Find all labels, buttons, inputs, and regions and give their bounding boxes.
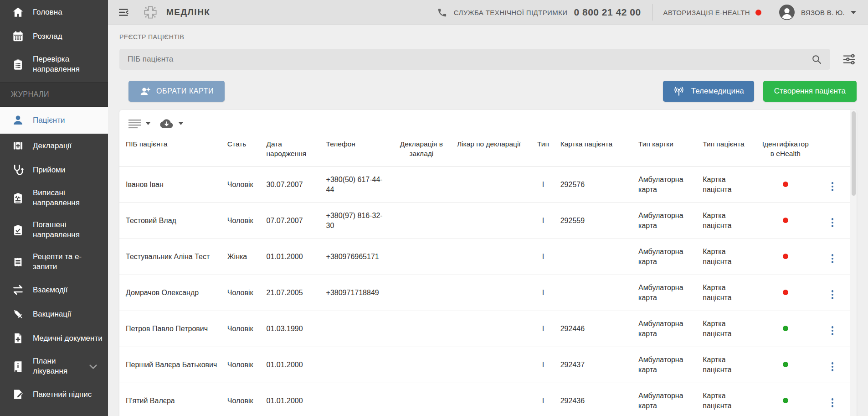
- row-kebab-menu-icon[interactable]: [829, 324, 837, 337]
- col-header-declaration-doctor: Лікар по декларації: [452, 133, 530, 167]
- table-row[interactable]: Тестовий ВладЧоловік07.07.2007+380(97) 8…: [119, 203, 850, 239]
- topbar-right: СЛУЖБА ТЕХНІЧНОЇ ПІДТРИМКИ 0 800 21 42 0…: [437, 4, 856, 21]
- card-type-cell: Амбулаторна карта: [634, 383, 698, 416]
- table-scrollbar[interactable]: [850, 110, 857, 416]
- card-number-cell: 292446: [556, 311, 634, 347]
- app-logo[interactable]: МЕДЛІНК: [142, 4, 210, 21]
- card-number-cell: 292576: [556, 167, 634, 203]
- phone-icon: [437, 7, 447, 18]
- sidebar-item-patients[interactable]: Пацієнти: [0, 107, 108, 134]
- patient-type-letter-cell: І: [530, 311, 555, 347]
- declaration-doctor-cell: [452, 383, 530, 416]
- export-caret-icon[interactable]: [179, 122, 183, 125]
- table-row[interactable]: Петров Павло ПетровичЧоловік01.03.1990І2…: [119, 311, 850, 347]
- search-row: [119, 49, 857, 70]
- row-kebab-menu-icon[interactable]: [829, 360, 837, 373]
- sidebar-item-label: Декларації: [33, 141, 72, 151]
- create-patient-label: Створення пацієнта: [774, 87, 846, 96]
- patient-birth-date-cell: 30.07.2007: [262, 167, 322, 203]
- sidebar-item-medical-documents[interactable]: Медичні документи: [0, 326, 108, 350]
- row-kebab-menu-icon[interactable]: [829, 288, 837, 301]
- sidebar-item-issued-referrals[interactable]: Виписані направлення: [0, 182, 108, 214]
- sidebar-item-schedule[interactable]: Розклад: [0, 24, 108, 48]
- col-header-gender: Стать: [223, 133, 262, 167]
- telemedicine-button[interactable]: Телемедицина: [663, 81, 754, 102]
- card-type-cell: Амбулаторна карта: [634, 311, 698, 347]
- search-icon[interactable]: [811, 54, 822, 65]
- row-density-icon[interactable]: [128, 119, 141, 129]
- ehealth-id-cell: [755, 203, 815, 239]
- col-header-phone: Телефон: [322, 133, 390, 167]
- declaration-facility-cell: [390, 275, 452, 311]
- sidebar-item-appointments[interactable]: Прийоми: [0, 158, 108, 182]
- col-header-birth-date: Дата народження: [262, 133, 322, 167]
- sidebar-item-label: Пацієнти: [33, 115, 65, 125]
- sidebar-section-journals: ЖУРНАЛИ: [0, 82, 108, 107]
- select-cards-button[interactable]: ОБРАТИ КАРТИ: [128, 81, 225, 102]
- sidebar: Головна Розклад Перевірка направлення ЖУ…: [0, 0, 108, 416]
- sidebar-item-vaccinations[interactable]: Вакцинації: [0, 302, 108, 326]
- search-input[interactable]: [128, 55, 811, 64]
- sidebar-item-label: Пакетний підпис: [33, 390, 92, 400]
- search-bar: [119, 49, 830, 70]
- patient-birth-date-cell: 07.07.2007: [262, 203, 322, 239]
- row-kebab-menu-icon[interactable]: [829, 180, 837, 193]
- id-card-plus-icon: [11, 140, 25, 152]
- patient-gender-cell: Чоловік: [223, 311, 262, 347]
- ehealth-auth-button[interactable]: АВТОРИЗАЦІЯ E-HEALTH: [663, 9, 750, 16]
- patient-gender-cell: Чоловік: [223, 383, 262, 416]
- table-header-row: ПІБ пацієнта Стать Дата народження Телеф…: [119, 133, 850, 167]
- ehealth-status-dot: [783, 326, 788, 331]
- patient-gender-cell: Чоловік: [223, 167, 262, 203]
- row-kebab-menu-icon[interactable]: [829, 252, 837, 265]
- table-row[interactable]: Іванов ІванЧоловік30.07.2007+380(50) 617…: [119, 167, 850, 203]
- sidebar-item-referral-check[interactable]: Перевірка направлення: [0, 48, 108, 80]
- sidebar-item-label: Медичні документи: [33, 333, 103, 343]
- sidebar-item-batch-signature[interactable]: Пакетний підпис: [0, 382, 108, 406]
- sidebar-item-interactions[interactable]: Взаємодії: [0, 278, 108, 302]
- patient-phone-cell: +380971718849: [322, 275, 390, 311]
- sidebar-item-prescriptions[interactable]: Рецепти та е-запити: [0, 246, 108, 278]
- swap-arrows-icon: [11, 284, 25, 296]
- patient-birth-date-cell: 01.03.1990: [262, 311, 322, 347]
- table-row[interactable]: Перший Валєра БатьковичЧоловік01.01.2000…: [119, 347, 850, 383]
- table-row[interactable]: Домрачов ОлександрЧоловік21.07.2005+3809…: [119, 275, 850, 311]
- patient-phone-cell: [322, 311, 390, 347]
- row-actions-cell: [815, 275, 850, 311]
- ehealth-id-cell: [755, 167, 815, 203]
- sidebar-item-declarations[interactable]: Декларації: [0, 134, 108, 158]
- sidebar-collapse-button[interactable]: [118, 6, 130, 18]
- row-actions-cell: [815, 167, 850, 203]
- sidebar-item-redeemed-referrals[interactable]: Погашені направлення: [0, 214, 108, 246]
- avatar-icon: [779, 4, 795, 21]
- patients-table-card: ПІБ пацієнта Стать Дата народження Телеф…: [119, 110, 857, 416]
- filter-icon[interactable]: [841, 52, 857, 67]
- clipboard-pulse-icon: [11, 192, 25, 204]
- declaration-doctor-cell: [452, 239, 530, 275]
- col-header-actions: [815, 133, 850, 167]
- sidebar-item-home[interactable]: Головна: [0, 0, 108, 24]
- patient-type-cell: Картка пацієнта: [698, 311, 755, 347]
- density-caret-icon[interactable]: [146, 122, 150, 125]
- table-row[interactable]: П'ятий ВалєраЧоловік01.01.2000І292436Амб…: [119, 383, 850, 416]
- table-row[interactable]: Тестувальник Аліна ТестЖінка01.01.2000+3…: [119, 239, 850, 275]
- ehealth-status-dot: [783, 398, 788, 403]
- row-kebab-menu-icon[interactable]: [829, 396, 837, 409]
- user-menu[interactable]: ВЯЗОВ В. Ю.: [779, 4, 856, 21]
- table-scrollbar-thumb[interactable]: [852, 111, 856, 196]
- sidebar-item-treatment-plans[interactable]: Плани лікування: [0, 350, 108, 382]
- syringe-icon: [11, 308, 25, 320]
- create-patient-button[interactable]: Створення пацієнта: [763, 81, 857, 102]
- row-actions-cell: [815, 383, 850, 416]
- col-header-ehealth-id: Ідентифікатор в eHealth: [755, 133, 815, 167]
- patient-type-letter-cell: І: [530, 239, 555, 275]
- card-type-cell: Амбулаторна карта: [634, 239, 698, 275]
- export-download-icon[interactable]: [159, 118, 174, 129]
- row-kebab-menu-icon[interactable]: [829, 216, 837, 229]
- card-number-cell: 292436: [556, 383, 634, 416]
- support-label: СЛУЖБА ТЕХНІЧНОЇ ПІДТРИМКИ: [454, 9, 568, 16]
- card-type-cell: Амбулаторна карта: [634, 203, 698, 239]
- ehealth-status-dot: [783, 290, 788, 295]
- telemedicine-label: Телемедицина: [691, 87, 744, 96]
- patient-phone-cell: [322, 347, 390, 383]
